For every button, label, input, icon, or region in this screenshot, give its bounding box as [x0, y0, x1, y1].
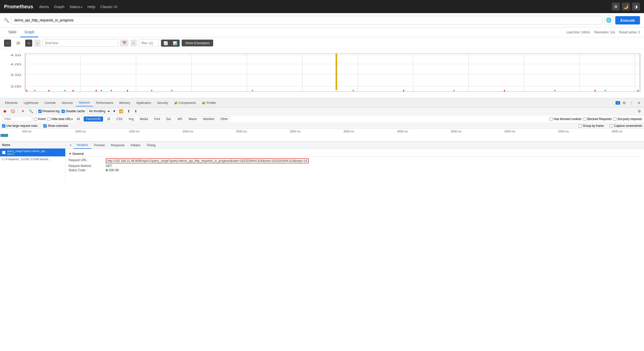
download-btn[interactable]: ⬇: [133, 109, 138, 114]
show-overview-checkbox[interactable]: Show overview: [43, 124, 68, 128]
general-section-title: ▼ General: [69, 151, 641, 157]
filter-bar: Invert Hide data URLs All Fetch/XHR JS C…: [0, 115, 644, 123]
theme-adjust-btn[interactable]: ◑: [632, 3, 640, 11]
devtools-close-btn[interactable]: ✕: [636, 100, 642, 106]
nav-status[interactable]: Status: [70, 5, 83, 9]
timeline-marker-2: 1000 ms: [54, 130, 107, 133]
filter-tag-doc[interactable]: Doc: [164, 116, 174, 122]
request-method-label: Request Method:: [69, 164, 104, 168]
timeline-track: [0, 133, 644, 141]
svg-rect-19: [26, 90, 27, 92]
options-bar: Use large request rows Show overview Gro…: [0, 123, 644, 129]
dt-tab-network[interactable]: Network: [76, 99, 93, 106]
tab-graph[interactable]: Graph: [20, 27, 38, 37]
filter-tag-all[interactable]: All: [74, 116, 82, 122]
upload-btn[interactable]: ⬆: [126, 109, 131, 114]
timeline-marker-9: 4500 ms: [429, 130, 483, 133]
svg-rect-21: [73, 90, 74, 92]
close-request-btn[interactable]: ×: [68, 142, 74, 148]
h-tab-preview[interactable]: Preview: [91, 142, 108, 149]
dt-tab-memory[interactable]: Memory: [116, 100, 133, 106]
dt-tab-profiler[interactable]: 🧩 Profiler: [199, 100, 219, 106]
next-time-button[interactable]: ›: [131, 40, 137, 47]
filter-tag-fetch-xhr[interactable]: Fetch/XHR: [84, 116, 103, 122]
search-network-btn[interactable]: 🔍: [28, 109, 34, 114]
nav-classic-ui[interactable]: Classic UI: [100, 5, 117, 9]
h-tab-timing[interactable]: Timing: [144, 142, 159, 149]
request-row[interactable]: query_range?query=demo_api... /api/v1: [0, 149, 65, 156]
nav-graph[interactable]: Graph: [54, 5, 65, 9]
line-chart-button[interactable]: 📈: [161, 40, 170, 47]
load-time: Load time: 146ms: [566, 31, 590, 34]
filter-tag-font[interactable]: Font: [152, 116, 162, 122]
filter-tag-other[interactable]: Other: [218, 116, 230, 122]
record-btn[interactable]: ⏺: [2, 109, 8, 114]
large-rows-checkbox[interactable]: Use large request rows: [2, 124, 37, 128]
settings-network-btn[interactable]: ⚙: [637, 109, 642, 114]
clear-btn[interactable]: 🚫: [10, 109, 16, 114]
filter-tag-js[interactable]: JS: [105, 116, 113, 122]
dt-tab-sources[interactable]: Sources: [59, 100, 76, 106]
theme-moon-btn[interactable]: 🌙: [622, 3, 630, 11]
prev-time-button[interactable]: ‹: [34, 40, 41, 47]
devtools-settings-btn[interactable]: ⚙: [621, 100, 627, 106]
nav-help[interactable]: Help: [87, 5, 95, 9]
filter-tag-img[interactable]: Img: [126, 116, 136, 122]
bar-chart-button[interactable]: 📊: [170, 40, 180, 47]
h-tab-headers[interactable]: Headers: [74, 142, 91, 149]
graph-controls: − 1h + ‹ 📅 › 📈 📊 Show Exemplars: [0, 37, 644, 49]
filter-btn[interactable]: ▼: [20, 109, 26, 114]
preserve-log-checkbox[interactable]: Preserve log: [38, 109, 59, 113]
execute-button[interactable]: Execute: [615, 16, 640, 24]
svg-rect-33: [151, 90, 152, 91]
request-method-row: Request Method: GET: [69, 164, 641, 168]
disable-cache-checkbox[interactable]: Disable cache: [61, 109, 85, 113]
filter-tag-media[interactable]: Media: [137, 116, 150, 122]
svg-rect-35: [353, 90, 354, 91]
minus-button[interactable]: −: [4, 40, 11, 47]
filter-tag-css[interactable]: CSS: [114, 116, 125, 122]
dt-tab-console[interactable]: Console: [42, 100, 59, 106]
resolution-input[interactable]: [139, 39, 159, 47]
search-input[interactable]: [11, 16, 602, 24]
third-party-checkbox[interactable]: 3rd-party requests: [613, 117, 642, 121]
request-checkbox[interactable]: [2, 151, 6, 154]
dt-tab-application[interactable]: Application: [133, 100, 154, 106]
blocked-requests-checkbox[interactable]: Blocked Requests: [583, 117, 612, 121]
svg-rect-27: [504, 90, 505, 92]
console-badge: 1: [616, 101, 620, 105]
capture-screenshots-checkbox[interactable]: Capture screenshots: [610, 124, 642, 128]
dt-tab-lighthouse[interactable]: Lighthouse: [21, 100, 42, 106]
throttle-select[interactable]: No throttling Fast 3G Slow 3G: [87, 108, 111, 114]
h-tab-initiator[interactable]: Initiator: [127, 142, 143, 149]
svg-rect-26: [403, 90, 404, 92]
h-tab-response[interactable]: Response: [108, 142, 127, 149]
filter-tag-ws[interactable]: WS: [175, 116, 185, 122]
request-url-value[interactable]: http://192.168.31.46:9090/api/v1/query_r…: [106, 158, 309, 163]
plus-button[interactable]: +: [25, 40, 32, 47]
blocked-cookies-checkbox[interactable]: Has blocked cookies: [550, 117, 582, 121]
dt-tab-elements[interactable]: Elements: [2, 100, 21, 106]
svg-text:3.00: 3.00: [10, 85, 21, 88]
filter-tag-manifest[interactable]: Manifest: [201, 116, 216, 122]
dt-tab-components[interactable]: 🧩 Components: [171, 100, 199, 106]
settings-icon-btn[interactable]: ⚙: [612, 3, 620, 11]
hide-data-urls-checkbox[interactable]: Hide data URLs: [47, 117, 73, 121]
nav-alerts[interactable]: Alerts: [39, 5, 49, 9]
devtools-more-btn[interactable]: ⋮: [628, 100, 635, 106]
svg-text:3.50: 3.50: [10, 73, 21, 76]
dt-tab-security[interactable]: Security: [154, 100, 171, 106]
tab-table[interactable]: Table: [4, 27, 20, 37]
invert-checkbox[interactable]: Invert: [34, 117, 46, 121]
end-time-input[interactable]: [43, 39, 118, 47]
filter-input[interactable]: [2, 116, 32, 122]
filter-tag-wasm[interactable]: Wasm: [186, 116, 199, 122]
dt-tab-performance[interactable]: Performance: [93, 100, 116, 106]
online-btn[interactable]: 📶: [118, 109, 124, 114]
group-by-frame-checkbox[interactable]: Group by frame: [578, 124, 604, 128]
svg-rect-28: [595, 90, 596, 92]
show-exemplars-button[interactable]: Show Exemplars: [182, 40, 213, 46]
calendar-button[interactable]: 📅: [120, 40, 128, 46]
svg-rect-40: [25, 53, 640, 92]
globe-button[interactable]: 🌐: [604, 16, 613, 25]
